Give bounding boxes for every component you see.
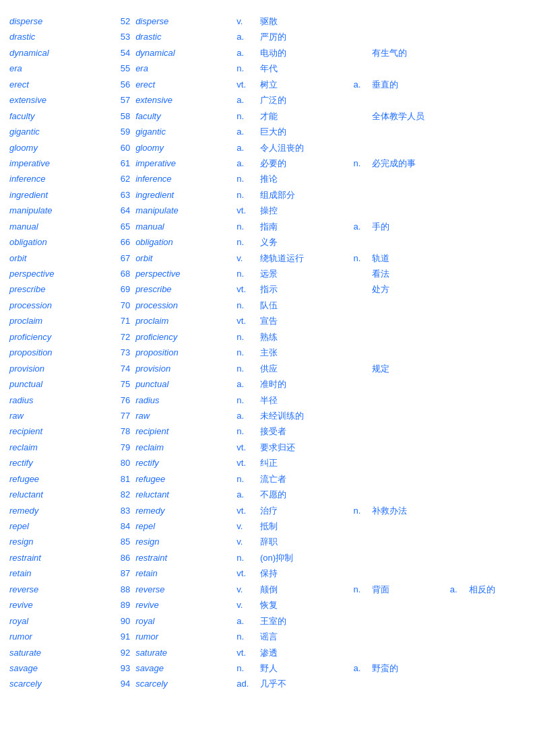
word-col: restraint: [7, 550, 108, 565]
word-col: disperse: [7, 13, 108, 29]
pos2-col: [351, 234, 370, 250]
def1-col: 王室的: [257, 613, 351, 629]
def3-col: [466, 423, 528, 439]
def1-col: 年代: [257, 61, 351, 76]
word2-col: savage: [133, 660, 234, 676]
word2-col: resign: [133, 534, 234, 549]
def1-col: 治疗: [257, 503, 351, 518]
word-col: faculty: [7, 108, 108, 124]
def3-col: 相反的: [466, 582, 528, 597]
def2-col: 补救办法: [369, 503, 447, 518]
word-col: punctual: [7, 376, 108, 392]
num-col: 52: [108, 13, 133, 29]
word-col: reverse: [7, 582, 108, 597]
word2-col: retain: [133, 565, 234, 581]
def2-col: 有生气的: [369, 45, 447, 61]
pos2-col: [351, 550, 370, 565]
num-col: 74: [108, 361, 133, 376]
word2-col: provision: [133, 361, 234, 376]
word-col: raw: [7, 408, 108, 423]
pos-col: vt.: [234, 440, 257, 455]
pos3-col: [447, 534, 466, 549]
pos2-col: [351, 565, 370, 581]
word2-col: scarcely: [133, 676, 234, 691]
num-col: 65: [108, 219, 133, 234]
pos-col: a.: [234, 156, 257, 171]
def2-col: [369, 597, 447, 613]
num-col: 82: [108, 487, 133, 502]
def1-col: (on)抑制: [257, 550, 351, 565]
word2-col: reclaim: [133, 440, 234, 455]
num-col: 92: [108, 645, 133, 660]
word-col: perspective: [7, 266, 108, 281]
def1-col: 供应: [257, 361, 351, 376]
pos3-col: [447, 108, 466, 124]
def2-col: [369, 61, 447, 76]
pos-col: n.: [234, 345, 257, 360]
table-row: obligation 66 obligation n. 义务: [7, 234, 528, 250]
def3-col: [466, 219, 528, 234]
num-col: 94: [108, 676, 133, 691]
pos3-col: [447, 45, 466, 61]
table-row: era 55 era n. 年代: [7, 61, 528, 76]
pos3-col: [447, 329, 466, 345]
pos2-col: [351, 140, 370, 156]
def1-col: 宣告: [257, 313, 351, 329]
word2-col: faculty: [133, 108, 234, 124]
pos-col: vt.: [234, 503, 257, 518]
word2-col: refugee: [133, 471, 234, 487]
word2-col: raw: [133, 408, 234, 423]
pos2-col: [351, 345, 370, 360]
pos3-col: [447, 187, 466, 203]
pos-col: n.: [234, 329, 257, 345]
table-row: royal 90 royal a. 王室的: [7, 613, 528, 629]
pos-col: a.: [234, 140, 257, 156]
word-col: refugee: [7, 471, 108, 487]
pos-col: n.: [234, 423, 257, 439]
word-col: remedy: [7, 503, 108, 518]
def3-col: [466, 503, 528, 518]
word-col: royal: [7, 613, 108, 629]
table-row: inference 62 inference n. 推论: [7, 171, 528, 186]
table-row: refugee 81 refugee n. 流亡者: [7, 471, 528, 487]
def2-col: [369, 171, 447, 186]
num-col: 73: [108, 345, 133, 360]
pos3-col: [447, 29, 466, 44]
table-row: orbit 67 orbit v. 绕轨道运行 n. 轨道: [7, 250, 528, 266]
pos2-col: [351, 629, 370, 644]
word-col: gloomy: [7, 140, 108, 156]
table-row: revive 89 revive v. 恢复: [7, 597, 528, 613]
pos-col: n.: [234, 187, 257, 203]
def3-col: [466, 77, 528, 92]
table-row: gloomy 60 gloomy a. 令人沮丧的: [7, 140, 528, 156]
def2-col: 轨道: [369, 250, 447, 266]
pos3-col: [447, 203, 466, 218]
word-col: orbit: [7, 250, 108, 266]
pos2-col: a.: [351, 77, 370, 92]
num-col: 70: [108, 298, 133, 313]
word2-col: proposition: [133, 345, 234, 360]
pos-col: n.: [234, 660, 257, 676]
num-col: 66: [108, 234, 133, 250]
def1-col: 树立: [257, 77, 351, 92]
pos3-col: [447, 645, 466, 660]
pos2-col: [351, 61, 370, 76]
pos3-col: [447, 156, 466, 171]
def2-col: 野蛮的: [369, 660, 447, 676]
word-col: gigantic: [7, 124, 108, 139]
num-col: 59: [108, 124, 133, 139]
pos-col: n.: [234, 550, 257, 565]
word-col: savage: [7, 660, 108, 676]
def3-col: [466, 518, 528, 534]
pos-col: n.: [234, 298, 257, 313]
table-row: proposition 73 proposition n. 主张: [7, 345, 528, 360]
table-row: drastic 53 drastic a. 严厉的: [7, 29, 528, 44]
num-col: 84: [108, 518, 133, 534]
word2-col: obligation: [133, 234, 234, 250]
pos-col: n.: [234, 219, 257, 234]
word-col: recipient: [7, 423, 108, 439]
pos2-col: [351, 124, 370, 139]
pos-col: a.: [234, 487, 257, 502]
def2-col: 垂直的: [369, 77, 447, 92]
pos3-col: [447, 408, 466, 423]
